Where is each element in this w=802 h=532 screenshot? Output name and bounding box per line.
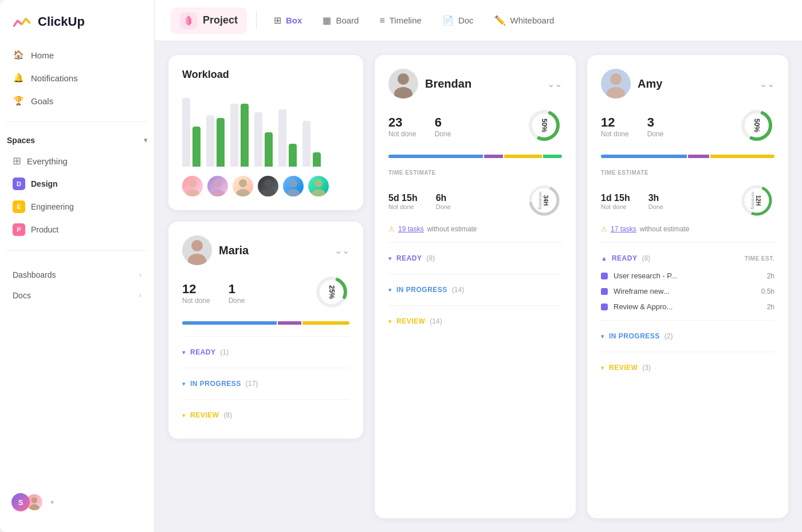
- amy-divider-3: [601, 352, 775, 352]
- amy-status-progress[interactable]: ▾ IN PROGRESS (2): [601, 326, 775, 346]
- maria-divider-3: [182, 399, 349, 400]
- amy-name: Amy: [638, 77, 662, 90]
- bar-gray-4: [254, 112, 262, 167]
- workload-avatar-1: [182, 176, 203, 196]
- task-time-3: 2h: [767, 303, 775, 311]
- project-tab[interactable]: Project: [171, 7, 247, 34]
- sidebar-item-design[interactable]: D Design: [6, 172, 148, 195]
- docs-item[interactable]: Docs ›: [6, 285, 148, 306]
- brendan-warning-link[interactable]: 19 tasks: [398, 225, 424, 233]
- brendan-donut-svg: 50%: [526, 108, 562, 143]
- nav-notifications[interactable]: 🔔 Notifications: [6, 66, 148, 89]
- task-row-3[interactable]: Review & Appro... 2h: [601, 299, 775, 314]
- brendan-info: Brendan: [388, 69, 471, 98]
- maria-status-ready[interactable]: ▾ READY (1): [182, 342, 349, 362]
- amy-status-review[interactable]: ▾ REVIEW (3): [601, 358, 775, 377]
- brendan-warning: ⚠ 19 tasks without estimate: [388, 225, 562, 233]
- workload-avatar-6: [308, 176, 329, 196]
- brendan-header: Brendan ⌄⌄: [388, 69, 562, 98]
- user-avatar-s[interactable]: S: [11, 493, 30, 511]
- task-row-2[interactable]: Wireframe new... 0.5h: [601, 283, 775, 299]
- brendan-status-progress[interactable]: ▾ IN PROGRESS (14): [388, 280, 562, 300]
- product-badge: P: [13, 223, 25, 236]
- workload-avatars: [182, 176, 349, 196]
- amy-header: Amy ⌄⌄: [601, 69, 775, 98]
- brendan-pb-yellow: [504, 155, 542, 158]
- maria-status-review[interactable]: ▾ REVIEW (8): [182, 405, 349, 425]
- project-icon: [180, 12, 197, 29]
- maria-donut-svg: 25%: [314, 274, 349, 310]
- tab-box-label: Box: [286, 15, 302, 25]
- svg-text:50%: 50%: [540, 119, 548, 132]
- amy-time-row: 1d 15h Not done 3h Done 12H remaining: [601, 183, 775, 220]
- trophy-icon: 🏆: [13, 95, 24, 107]
- amy-column: Amy ⌄⌄ 12 Not done 3 Done: [587, 55, 788, 518]
- bar-green-3: [241, 104, 249, 167]
- spaces-section-header[interactable]: Spaces ▾: [0, 131, 154, 149]
- user-avatars: S: [11, 493, 44, 511]
- tab-doc[interactable]: 📄 Doc: [434, 10, 482, 30]
- sidebar-item-engineering[interactable]: E Engineering: [6, 195, 148, 218]
- sidebar-item-everything[interactable]: ⊞ Everything: [6, 149, 148, 172]
- amy-status-ready[interactable]: ▲ READY (8) TIME EST.: [601, 249, 775, 268]
- task-name-2: Wireframe new...: [614, 287, 756, 295]
- bar-gray-3: [230, 104, 238, 167]
- maria-avatar: [182, 235, 212, 265]
- amy-warning-link[interactable]: 17 tasks: [611, 225, 636, 233]
- bar-gray-2: [206, 115, 214, 167]
- svg-point-4: [186, 189, 199, 196]
- brendan-time-estimate-label: TIME ESTIMATE: [388, 170, 562, 176]
- amy-avatar: [601, 69, 631, 98]
- brendan-status-ready[interactable]: ▾ READY (8): [388, 249, 562, 268]
- user-expand-icon[interactable]: ▾: [50, 498, 54, 506]
- tab-board[interactable]: ▦ Board: [314, 10, 367, 30]
- brendan-divider-3: [388, 305, 562, 306]
- maria-chevron-icon[interactable]: ⌄⌄: [335, 245, 349, 256]
- topbar-divider: [256, 12, 257, 29]
- brendan-donut: 50%: [526, 108, 562, 145]
- sidebar-item-product[interactable]: P Product: [6, 218, 148, 241]
- svg-point-30: [607, 87, 625, 98]
- maria-review-count: (8): [223, 411, 232, 419]
- nav-goals[interactable]: 🏆 Goals: [6, 89, 148, 112]
- amy-remaining-donut: 12H remaining: [739, 183, 775, 220]
- workload-avatar-2: [207, 176, 228, 196]
- svg-point-8: [236, 189, 250, 196]
- brendan-progress-count: (14): [452, 286, 464, 294]
- content-area: Workload: [155, 41, 802, 532]
- amy-ready-chevron-icon: ▲: [601, 255, 607, 262]
- timeline-icon: ≡: [379, 15, 384, 26]
- design-badge: D: [13, 178, 25, 190]
- amy-ready-count: (8): [642, 254, 650, 262]
- svg-point-0: [32, 497, 38, 503]
- maria-ready-label: READY: [190, 348, 216, 356]
- maria-status-progress[interactable]: ▾ IN PROGRESS (17): [182, 374, 349, 393]
- svg-point-9: [264, 179, 272, 187]
- svg-point-10: [261, 189, 275, 196]
- amy-chevron-icon[interactable]: ⌄⌄: [760, 78, 775, 89]
- brendan-stats: 23 Not done 6 Done 50%: [388, 108, 562, 145]
- task-time-2: 0.5h: [761, 287, 775, 295]
- brendan-status-review[interactable]: ▾ REVIEW (14): [388, 312, 562, 331]
- svg-point-15: [191, 240, 203, 251]
- review-chevron-icon: ▾: [182, 412, 186, 419]
- svg-point-3: [188, 179, 196, 187]
- maria-not-done: 12 Not done: [182, 282, 210, 305]
- amy-progress-label: IN PROGRESS: [609, 332, 660, 340]
- brendan-remaining-svg: 34H remaining: [526, 183, 562, 218]
- home-icon: 🏠: [13, 49, 24, 61]
- brendan-chevron-icon[interactable]: ⌄⌄: [547, 78, 562, 89]
- pb-purple: [278, 321, 301, 325]
- tab-timeline[interactable]: ≡ Timeline: [371, 11, 429, 30]
- task-row-1[interactable]: User research - P... 2h: [601, 268, 775, 283]
- amy-review-chevron-icon: ▾: [601, 364, 604, 372]
- nav-home[interactable]: 🏠 Home: [6, 44, 148, 66]
- dashboards-item[interactable]: Dashboards ›: [6, 265, 148, 285]
- svg-point-12: [286, 189, 300, 196]
- amy-time-estimate-label: TIME ESTIMATE: [601, 170, 775, 176]
- tab-whiteboard[interactable]: ✏️ Whiteboard: [486, 10, 563, 30]
- tab-box[interactable]: ⊞ Box: [266, 10, 310, 30]
- workload-title: Workload: [182, 69, 349, 81]
- workload-avatar-3: [233, 176, 253, 196]
- amy-ready-label: READY: [612, 254, 638, 262]
